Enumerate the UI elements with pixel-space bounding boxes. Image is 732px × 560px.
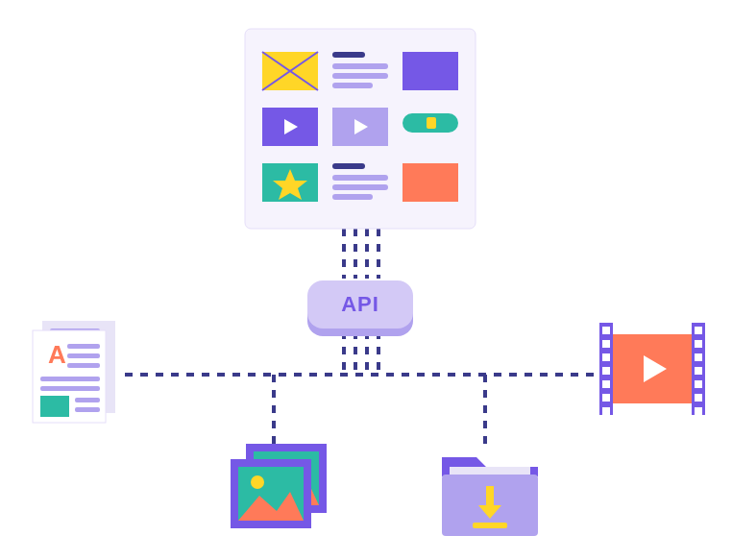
api-hub: API — [307, 280, 413, 336]
svg-point-68 — [251, 475, 264, 489]
document-icon: A — [33, 321, 115, 423]
svg-rect-25 — [332, 163, 365, 169]
svg-rect-47 — [602, 327, 610, 334]
svg-rect-14 — [332, 63, 388, 69]
connectors — [125, 229, 605, 451]
download-folder-icon — [442, 457, 538, 536]
gallery-panel — [245, 29, 476, 229]
svg-rect-57 — [695, 367, 702, 375]
tile-orange — [403, 163, 458, 202]
svg-rect-73 — [473, 523, 507, 528]
svg-rect-56 — [695, 353, 702, 361]
video-purple-icon — [262, 108, 318, 146]
svg-rect-38 — [40, 377, 100, 381]
svg-rect-50 — [602, 367, 610, 375]
svg-rect-41 — [75, 398, 100, 402]
svg-rect-51 — [602, 380, 610, 388]
svg-rect-53 — [602, 407, 610, 415]
svg-rect-54 — [695, 327, 702, 334]
svg-rect-26 — [332, 175, 388, 181]
svg-rect-60 — [695, 407, 702, 415]
svg-rect-22 — [427, 117, 436, 129]
svg-rect-35 — [67, 344, 100, 349]
svg-rect-55 — [695, 340, 702, 348]
switch-icon — [403, 113, 458, 133]
svg-rect-49 — [602, 353, 610, 361]
svg-rect-59 — [695, 394, 702, 402]
svg-rect-27 — [332, 184, 388, 190]
svg-rect-15 — [332, 73, 388, 79]
svg-rect-40 — [40, 396, 69, 417]
api-label: API — [341, 292, 379, 316]
svg-rect-37 — [67, 363, 100, 368]
svg-rect-48 — [602, 340, 610, 348]
photo-stack-icon — [231, 444, 327, 528]
svg-rect-42 — [75, 407, 100, 412]
svg-rect-39 — [40, 386, 100, 391]
video-lavender-icon — [332, 108, 388, 146]
envelope-icon — [262, 52, 318, 90]
tile-purple — [403, 52, 458, 90]
svg-rect-36 — [67, 353, 100, 358]
svg-rect-13 — [332, 52, 365, 58]
film-strip-icon — [599, 323, 705, 415]
svg-rect-52 — [602, 394, 610, 402]
svg-rect-58 — [695, 380, 702, 388]
star-icon — [262, 163, 318, 202]
svg-rect-28 — [332, 194, 373, 200]
svg-rect-16 — [332, 83, 373, 88]
document-letter: A — [48, 340, 66, 369]
svg-rect-71 — [486, 486, 494, 507]
